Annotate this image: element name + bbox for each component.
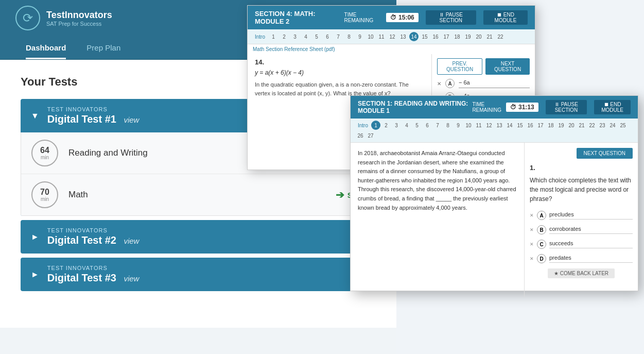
rw-timer-area: TIME REMAINING ⏱ 31:13 ⏸ PAUSE SECTION ⏹… [472, 100, 631, 114]
math-nav-3[interactable]: 3 [290, 32, 300, 41]
nav-prep-plan[interactable]: Prep Plan [76, 36, 131, 59]
rw-cross-c: ✕ [530, 242, 534, 247]
rw-nav-12[interactable]: 12 [484, 121, 494, 130]
math-nav-15[interactable]: 15 [420, 32, 429, 41]
math-pause-btn[interactable]: ⏸ PAUSE SECTION [426, 10, 476, 25]
rw-nav-20[interactable]: 20 [567, 121, 576, 130]
math-prev-btn[interactable]: PREV. QUESTION [437, 58, 482, 75]
rw-time: 31:13 [518, 104, 534, 111]
math-nav-5[interactable]: 5 [312, 32, 321, 41]
rw-passage-area: In 2018, archaeobotanist Amaia Arranz-Ot… [351, 143, 525, 297]
math-nav-10[interactable]: 10 [366, 32, 375, 41]
rw-come-back-btn[interactable]: ★ COME BACK LATER [548, 268, 615, 278]
test-name-1: Digital Test #1 [47, 113, 116, 125]
rw-letter-a: A [537, 211, 546, 220]
rw-nav-7[interactable]: 7 [433, 121, 442, 130]
view-link-3[interactable]: view [124, 274, 139, 283]
rw-timer-label: TIME REMAINING [472, 102, 502, 113]
math-question-nav: Intro 1 2 3 4 5 6 7 8 9 10 11 12 13 14 1… [248, 29, 535, 44]
math-win-header: SECTION 4: MATH: MODULE 2 TIME REMAINING… [248, 6, 535, 29]
view-link-2[interactable]: view [124, 237, 139, 245]
rw-nav-19[interactable]: 19 [556, 121, 566, 130]
expand-chevron-2: ► [31, 232, 39, 242]
rw-answer-text-a: precludes [549, 211, 633, 220]
rw-nav-1[interactable]: 1 [371, 121, 380, 130]
test-provider-2: TEST INNOVATORS [47, 227, 140, 233]
math-nav-22[interactable]: 22 [496, 32, 505, 41]
rw-question-nav: Intro 1 2 3 4 5 6 7 8 9 10 11 12 13 14 1… [351, 119, 638, 143]
math-nav-9[interactable]: 9 [355, 32, 364, 41]
math-nav-14[interactable]: 14 [409, 32, 419, 41]
test-header-2[interactable]: ► TEST INNOVATORS Digital Test #2 view [21, 220, 376, 254]
rw-nav-25[interactable]: 25 [618, 121, 628, 130]
rw-nav-21[interactable]: 21 [577, 121, 586, 130]
math-nav-12[interactable]: 12 [388, 32, 397, 41]
rw-nav-18[interactable]: 18 [546, 121, 555, 130]
app-name: TestInnovators [46, 10, 112, 21]
rw-nav-15[interactable]: 15 [515, 121, 525, 130]
math-answer-a[interactable]: ✕ A − 6a [437, 79, 530, 88]
math-nav-8[interactable]: 8 [344, 32, 354, 41]
test-name-2: Digital Test #2 [47, 234, 116, 246]
math-nav-20[interactable]: 20 [474, 32, 483, 41]
rw-nav-23[interactable]: 23 [598, 121, 607, 130]
math-nav-21[interactable]: 21 [485, 32, 494, 41]
rw-q-num: 1. [530, 164, 633, 172]
rw-nav-6[interactable]: 6 [423, 121, 432, 130]
rw-nav-17[interactable]: 17 [536, 121, 545, 130]
math-end-btn[interactable]: ⏹ END MODULE [483, 10, 528, 25]
rw-next-btn[interactable]: NEXT QUESTION [577, 148, 633, 159]
test-header-3[interactable]: ► TEST INNOVATORS Digital Test #3 view [21, 258, 376, 291]
rw-cross-b: ✕ [530, 227, 534, 232]
rw-nav-14[interactable]: 14 [505, 121, 514, 130]
cross-icon-a: ✕ [437, 81, 441, 87]
rw-nav-8[interactable]: 8 [443, 121, 452, 130]
rw-answer-c[interactable]: ✕ C succeeds [530, 240, 633, 249]
math-q-num: 14. [255, 58, 424, 66]
math-nav-11[interactable]: 11 [377, 32, 386, 41]
rw-nav-27[interactable]: 27 [366, 131, 375, 140]
math-nav-17[interactable]: 17 [442, 32, 451, 41]
rw-nav-4[interactable]: 4 [402, 121, 411, 130]
math-nav-7[interactable]: 7 [334, 32, 343, 41]
section-math: 70 min Math ➔ Start [21, 174, 375, 215]
rw-nav-11[interactable]: 11 [474, 121, 483, 130]
math-ref-link[interactable]: Math Section Reference Sheet (pdf) [248, 44, 535, 54]
rw-answer-b[interactable]: ✕ B corroborates [530, 225, 633, 234]
math-nav-intro[interactable]: Intro [253, 32, 267, 41]
rw-nav-10[interactable]: 10 [464, 121, 473, 130]
section-name-math: Math [68, 190, 336, 200]
math-nav-1[interactable]: 1 [269, 32, 278, 41]
rw-answers-area: NEXT QUESTION 1. Which choice completes … [525, 143, 638, 297]
rw-nav-24[interactable]: 24 [608, 121, 617, 130]
nav-dashboard[interactable]: Dashboard [15, 36, 76, 59]
time-num-math: 70 [40, 188, 49, 196]
rw-answer-text-b: corroborates [549, 226, 633, 234]
rw-nav-9[interactable]: 9 [454, 121, 463, 130]
rw-nav-3[interactable]: 3 [392, 121, 401, 130]
math-nav-16[interactable]: 16 [431, 32, 440, 41]
rw-answer-a[interactable]: ✕ A precludes [530, 211, 633, 220]
rw-nav-22[interactable]: 22 [587, 121, 597, 130]
math-nav-13[interactable]: 13 [398, 32, 408, 41]
rw-nav-5[interactable]: 5 [412, 121, 422, 130]
letter-a: A [445, 79, 455, 88]
rw-nav-13[interactable]: 13 [495, 121, 504, 130]
rw-pause-btn[interactable]: ⏸ PAUSE SECTION [546, 100, 587, 114]
math-nav-18[interactable]: 18 [452, 32, 462, 41]
math-nav-6[interactable]: 6 [323, 32, 332, 41]
rw-nav-intro[interactable]: Intro [356, 121, 370, 130]
rw-nav-2[interactable]: 2 [381, 121, 391, 130]
rw-nav-26[interactable]: 26 [356, 131, 365, 140]
math-next-btn[interactable]: NEXT QUESTION [485, 58, 530, 75]
math-timer-area: TIME REMAINING ⏱ 15:06 ⏸ PAUSE SECTION ⏹… [344, 10, 528, 25]
math-nav-2[interactable]: 2 [280, 32, 289, 41]
rw-nav-16[interactable]: 16 [526, 121, 535, 130]
rw-answer-d[interactable]: ✕ D predates [530, 254, 633, 263]
rw-letter-c: C [537, 240, 546, 249]
math-nav-19[interactable]: 19 [463, 32, 473, 41]
logo-icon: ⟳ [23, 12, 33, 24]
view-link-1[interactable]: view [124, 115, 139, 124]
rw-end-btn[interactable]: ⏹ END MODULE [594, 100, 631, 114]
math-nav-4[interactable]: 4 [301, 32, 310, 41]
